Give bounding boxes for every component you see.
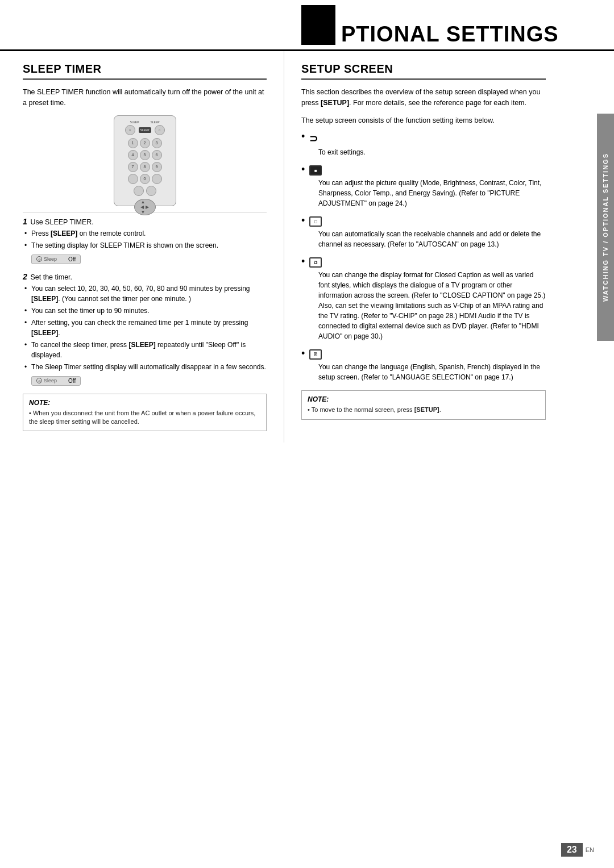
setup-bullet5: • 🖹 You can change the language (English… — [301, 349, 546, 382]
setup-screen-section: SETUP SCREEN This section describes the … — [284, 51, 580, 443]
remote-sleep-btn: SLEEP — [139, 127, 151, 133]
remote-btn-2: 2 — [140, 138, 150, 148]
remote-image: SLEEP SLEEP ○ SLEEP ○ 1 2 3 4 5 6 — [23, 115, 267, 206]
remote-control-diagram: SLEEP SLEEP ○ SLEEP ○ 1 2 3 4 5 6 — [114, 115, 176, 206]
sleep-bar-label2: ⊙ Sleep — [36, 378, 57, 383]
remote-nav-circle: ▲◀ ▶▼ — [134, 199, 156, 215]
step2-bullet4: To cancel the sleep timer, press [SLEEP]… — [31, 340, 267, 360]
setup-bullet4: • ⧉ You can change the display format fo… — [301, 257, 546, 341]
remote-misc2 — [146, 186, 156, 196]
cc-vchip-icon: ⧉ — [309, 257, 322, 268]
remote-btn-3: 3 — [152, 138, 162, 148]
step1-bullet2: The setting display for SLEEP TIMER is s… — [31, 240, 267, 251]
remote-btn-star — [128, 174, 138, 184]
setup-note-title: NOTE: — [308, 395, 540, 403]
sleep-indicator-bar2: ⊙ Sleep Off — [31, 376, 81, 386]
setup-intro2: The setup screen consists of the functio… — [301, 115, 546, 126]
setup-bullet3-row: • □ — [301, 216, 546, 227]
exit-icon: ⊃ — [309, 132, 318, 145]
sleep-indicator-bar1: ⊙ Sleep Off — [31, 254, 81, 264]
step2-bullet1: You can select 10, 20, 30, 40, 50, 60, 7… — [31, 283, 267, 304]
sleep-bar-label1: ⊙ Sleep — [36, 256, 57, 262]
setup-bullet4-row: • ⧉ — [301, 257, 546, 268]
remote-btn-4: 4 — [128, 150, 138, 160]
sleep-bar-off1: Off — [68, 256, 76, 262]
step1: 1 Use SLEEP TIMER. Press [SLEEP] on the … — [23, 217, 267, 266]
sleep-timer-note: NOTE: • When you disconnect the unit fro… — [23, 394, 267, 432]
remote-misc-row — [134, 186, 156, 196]
page-number: 23 — [561, 843, 583, 857]
bullet-dot2: • — [301, 164, 305, 174]
channel-scan-icon: □ — [309, 216, 322, 227]
setup-bullet4-text: You can change the display format for Cl… — [318, 270, 546, 341]
setup-bullet1-row: • ⊃ — [301, 132, 546, 145]
header-black-box — [301, 5, 335, 45]
main-content: SLEEP TIMER The SLEEP TIMER function wil… — [0, 51, 614, 443]
setup-bullet2: • ■ You can adjust the picture quality (… — [301, 165, 546, 208]
remote-misc1 — [134, 186, 144, 196]
remote-btn-9: 9 — [152, 162, 162, 172]
remote-btn-6: 6 — [152, 150, 162, 160]
step2-bullet3: After setting, you can check the remaine… — [31, 318, 267, 338]
side-tab-label: WATCHING TV / OPTIONAL SETTINGS — [602, 153, 609, 302]
setup-bullet1: • ⊃ To exit settings. — [301, 132, 546, 157]
language-icon: 🖹 — [309, 349, 322, 360]
picture-icon: ■ — [309, 165, 322, 176]
sleep-icon1: ⊙ — [36, 256, 42, 262]
step1-label: Use SLEEP TIMER. — [30, 218, 93, 226]
remote-btn-1: 1 — [128, 138, 138, 148]
setup-note-text: • To move to the normal screen, press [S… — [308, 406, 540, 414]
page-number-area: 23 EN — [561, 843, 594, 857]
remote-top-labels: SLEEP SLEEP — [130, 120, 159, 124]
setup-bullet5-text: You can change the language (English, Sp… — [318, 362, 546, 382]
step2-bullets: You can select 10, 20, 30, 40, 50, 60, 7… — [31, 283, 267, 372]
remote-btn2: ○ — [155, 125, 165, 135]
sleep-icon2: ⊙ — [36, 378, 42, 383]
bullet-dot4: • — [301, 256, 305, 266]
step1-bullets: Press [SLEEP] on the remote control. The… — [31, 228, 267, 251]
setup-bullet5-row: • 🖹 — [301, 349, 546, 360]
setup-bullet3-text: You can automatically scan the receivabl… — [318, 229, 546, 249]
sleep-timer-intro: The SLEEP TIMER function will automatica… — [23, 87, 267, 108]
bullet-dot5: • — [301, 348, 305, 358]
sleep-timer-note-title: NOTE: — [29, 399, 260, 407]
page-header: PTIONAL SETTINGS — [0, 0, 614, 51]
sleep-timer-title: SLEEP TIMER — [23, 62, 267, 80]
remote-top-row: ○ SLEEP ○ — [125, 125, 165, 135]
remote-btn-5: 5 — [140, 150, 150, 160]
side-tab: WATCHING TV / OPTIONAL SETTINGS — [597, 114, 614, 341]
step1-bullet1: Press [SLEEP] on the remote control. — [31, 228, 267, 239]
remote-btn-8: 8 — [140, 162, 150, 172]
setup-note: NOTE: • To move to the normal screen, pr… — [301, 390, 546, 419]
step2-bullet2: You can set the timer up to 90 minutes. — [31, 306, 267, 316]
page-suffix: EN — [586, 846, 594, 853]
setup-bullet2-row: • ■ — [301, 165, 546, 176]
setup-bullet2-text: You can adjust the picture quality (Mode… — [318, 178, 546, 208]
setup-intro1: This section describes the overview of t… — [301, 87, 546, 108]
step1-number: 1 — [23, 217, 27, 226]
page-title: PTIONAL SETTINGS — [341, 23, 559, 45]
remote-btn-7: 7 — [128, 162, 138, 172]
step2: 2 Set the timer. You can select 10, 20, … — [23, 272, 267, 388]
remote-power-btn: ○ — [125, 125, 135, 135]
step2-label: Set the timer. — [30, 273, 72, 281]
sleep-timer-note-text: • When you disconnect the unit from the … — [29, 409, 260, 427]
remote-btn-hash — [152, 174, 162, 184]
setup-screen-title: SETUP SCREEN — [301, 62, 546, 80]
remote-number-grid: 1 2 3 4 5 6 7 8 9 0 — [128, 138, 162, 184]
remote-btn-0: 0 — [140, 174, 150, 184]
step2-bullet5: The Sleep Timer setting display will aut… — [31, 362, 267, 372]
setup-bullet3: • □ You can automatically scan the recei… — [301, 216, 546, 249]
bullet-dot3: • — [301, 215, 305, 226]
sleep-bar-off2: Off — [68, 378, 76, 384]
setup-bullet1-desc: To exit settings. — [318, 147, 546, 157]
step2-number: 2 — [23, 272, 27, 281]
sleep-timer-section: SLEEP TIMER The SLEEP TIMER function wil… — [0, 51, 284, 443]
bullet-dot1: • — [301, 131, 305, 141]
